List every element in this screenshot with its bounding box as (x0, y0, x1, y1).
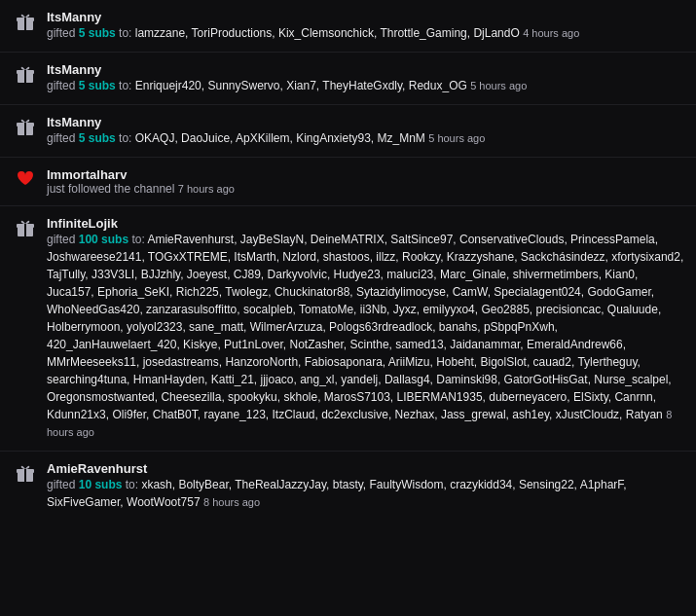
event-content: InfiniteLojikgifted 100 subs to: AmieRav… (47, 216, 684, 441)
gift-icon (12, 117, 39, 136)
event-action-line: gifted 100 subs to: AmieRavenhurst, JayB… (47, 231, 684, 441)
svg-rect-5 (24, 70, 26, 83)
gift-svg (16, 463, 35, 483)
event-action-line: gifted 5 subs to: OKAQJ, DaoJuice, ApXKi… (47, 129, 684, 147)
to-label: to: (116, 79, 135, 92)
event-content: ItsMannygifted 5 subs to: OKAQJ, DaoJuic… (47, 115, 684, 147)
heart-svg (16, 169, 35, 189)
follow-action-text: just followed the channel (47, 182, 178, 196)
events-list: ItsMannygifted 5 subs to: lamzzane, Tori… (0, 0, 696, 521)
gift-svg (16, 12, 35, 31)
recipient-list: Enriquejr420, SunnySwervo, Xian7, TheyHa… (135, 79, 467, 92)
event-username[interactable]: InfiniteLojik (47, 216, 684, 231)
gift-count: 5 subs (79, 26, 116, 40)
event-timestamp: 4 hours ago (523, 27, 579, 39)
event-content: Immortalharvjust followed the channel 7 … (47, 167, 684, 196)
gift-svg (16, 117, 35, 136)
list-item: ItsMannygifted 5 subs to: OKAQJ, DaoJuic… (0, 105, 696, 158)
gifted-label: gifted (47, 26, 79, 40)
list-item: Immortalharvjust followed the channel 7 … (0, 158, 696, 206)
event-action-line: gifted 5 subs to: Enriquejr420, SunnySwe… (47, 77, 684, 94)
event-username[interactable]: AmieRavenhurst (47, 461, 684, 476)
gifted-label: gifted (47, 79, 79, 92)
gift-icon (12, 218, 39, 237)
event-content: ItsMannygifted 5 subs to: lamzzane, Tori… (47, 10, 684, 42)
svg-rect-11 (24, 224, 26, 236)
gift-icon (12, 463, 39, 483)
svg-rect-8 (24, 123, 26, 135)
gift-icon (12, 64, 39, 84)
follow-icon (12, 169, 39, 189)
event-action-line: gifted 10 subs to: xkash, BoltyBear, The… (47, 476, 684, 511)
gift-svg (16, 218, 35, 237)
to-label: to: (116, 131, 135, 145)
recipient-list: AmieRavenhurst, JayBeSlayN, DeineMATRIX,… (47, 233, 683, 421)
to-label: to: (128, 233, 147, 246)
event-username[interactable]: ItsManny (47, 115, 684, 129)
gift-icon (12, 12, 39, 31)
svg-rect-14 (24, 469, 26, 482)
event-timestamp: 8 hours ago (203, 496, 260, 508)
event-timestamp: 5 hours ago (470, 80, 527, 91)
list-item: ItsMannygifted 5 subs to: lamzzane, Tori… (0, 0, 696, 53)
gift-count: 5 subs (79, 79, 116, 92)
event-timestamp: 7 hours ago (178, 183, 235, 195)
gifted-label: gifted (47, 131, 79, 145)
gift-count: 100 subs (79, 233, 128, 246)
list-item: ItsMannygifted 5 subs to: Enriquejr420, … (0, 53, 696, 105)
event-content: ItsMannygifted 5 subs to: Enriquejr420, … (47, 62, 684, 94)
list-item: InfiniteLojikgifted 100 subs to: AmieRav… (0, 206, 696, 452)
gifted-label: gifted (47, 478, 79, 491)
event-username[interactable]: Immortalharv (47, 167, 684, 182)
gift-count: 10 subs (79, 478, 123, 491)
gifted-label: gifted (47, 233, 79, 246)
event-content: AmieRavenhurstgifted 10 subs to: xkash, … (47, 461, 684, 511)
recipient-list: lamzzane, ToriProductions, Kix_Clemsonch… (135, 26, 520, 40)
gift-count: 5 subs (79, 131, 116, 145)
to-label: to: (122, 478, 141, 491)
svg-rect-2 (24, 18, 26, 30)
event-username[interactable]: ItsManny (47, 10, 684, 24)
event-timestamp: 5 hours ago (428, 132, 485, 144)
event-action-line: just followed the channel 7 hours ago (47, 182, 684, 196)
event-username[interactable]: ItsManny (47, 62, 684, 77)
gift-svg (16, 64, 35, 84)
to-label: to: (116, 26, 135, 40)
recipient-list: OKAQJ, DaoJuice, ApXKillem, KingAnxiety9… (135, 131, 425, 145)
event-action-line: gifted 5 subs to: lamzzane, ToriProducti… (47, 24, 684, 42)
list-item: AmieRavenhurstgifted 10 subs to: xkash, … (0, 452, 696, 521)
